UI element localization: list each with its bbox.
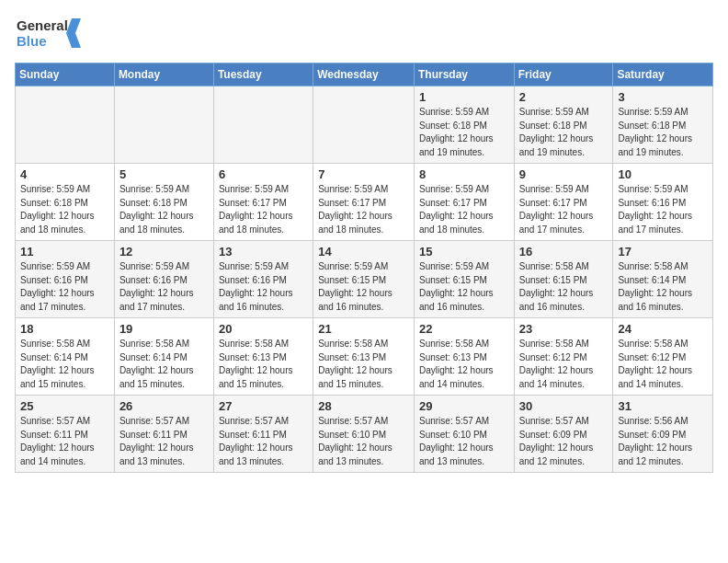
day-number: 16 (519, 245, 609, 259)
day-info: Sunrise: 5:59 AM Sunset: 6:16 PM Dayligh… (20, 260, 109, 314)
day-info: Sunrise: 5:58 AM Sunset: 6:15 PM Dayligh… (519, 260, 609, 314)
day-number: 26 (119, 399, 209, 413)
day-number: 25 (20, 399, 109, 413)
page-header: GeneralBlue (15, 15, 713, 52)
day-info: Sunrise: 5:59 AM Sunset: 6:17 PM Dayligh… (519, 183, 609, 236)
logo: GeneralBlue (15, 15, 88, 52)
day-info: Sunrise: 5:57 AM Sunset: 6:11 PM Dayligh… (20, 415, 109, 468)
day-info: Sunrise: 5:59 AM Sunset: 6:17 PM Dayligh… (219, 183, 308, 236)
day-number: 22 (419, 322, 509, 336)
day-number: 19 (119, 322, 209, 336)
calendar-week-row: 4Sunrise: 5:59 AM Sunset: 6:18 PM Daylig… (16, 164, 713, 241)
day-header-saturday: Saturday (613, 63, 713, 86)
day-info: Sunrise: 5:59 AM Sunset: 6:16 PM Dayligh… (219, 260, 308, 314)
calendar-cell (313, 86, 415, 164)
calendar-cell: 1Sunrise: 5:59 AM Sunset: 6:18 PM Daylig… (414, 86, 514, 164)
day-number: 27 (219, 399, 308, 413)
calendar-cell: 14Sunrise: 5:59 AM Sunset: 6:15 PM Dayli… (313, 241, 415, 318)
day-info: Sunrise: 5:58 AM Sunset: 6:12 PM Dayligh… (618, 338, 708, 391)
day-number: 20 (219, 322, 308, 336)
day-info: Sunrise: 5:57 AM Sunset: 6:10 PM Dayligh… (318, 415, 409, 468)
day-number: 5 (119, 167, 209, 181)
day-info: Sunrise: 5:59 AM Sunset: 6:18 PM Dayligh… (519, 106, 609, 159)
day-header-friday: Friday (514, 63, 613, 86)
calendar-cell: 8Sunrise: 5:59 AM Sunset: 6:17 PM Daylig… (414, 164, 514, 241)
day-header-thursday: Thursday (414, 63, 514, 86)
day-info: Sunrise: 5:58 AM Sunset: 6:14 PM Dayligh… (618, 260, 708, 314)
day-info: Sunrise: 5:58 AM Sunset: 6:13 PM Dayligh… (318, 338, 409, 391)
day-header-wednesday: Wednesday (313, 63, 415, 86)
day-info: Sunrise: 5:59 AM Sunset: 6:15 PM Dayligh… (419, 260, 509, 314)
day-info: Sunrise: 5:59 AM Sunset: 6:18 PM Dayligh… (119, 183, 209, 236)
day-number: 7 (318, 167, 409, 181)
day-number: 12 (119, 245, 209, 259)
calendar-cell: 29Sunrise: 5:57 AM Sunset: 6:10 PM Dayli… (414, 396, 514, 473)
day-header-monday: Monday (114, 63, 213, 86)
day-info: Sunrise: 5:57 AM Sunset: 6:11 PM Dayligh… (219, 415, 308, 468)
calendar-cell (16, 86, 115, 164)
day-number: 28 (318, 399, 409, 413)
calendar-cell: 5Sunrise: 5:59 AM Sunset: 6:18 PM Daylig… (114, 164, 213, 241)
day-info: Sunrise: 5:59 AM Sunset: 6:18 PM Dayligh… (20, 183, 109, 236)
day-number: 11 (20, 245, 109, 259)
day-info: Sunrise: 5:56 AM Sunset: 6:09 PM Dayligh… (618, 415, 708, 468)
calendar-table: SundayMondayTuesdayWednesdayThursdayFrid… (15, 63, 713, 473)
calendar-cell: 18Sunrise: 5:58 AM Sunset: 6:14 PM Dayli… (16, 318, 115, 396)
calendar-cell: 9Sunrise: 5:59 AM Sunset: 6:17 PM Daylig… (514, 164, 613, 241)
calendar-cell: 27Sunrise: 5:57 AM Sunset: 6:11 PM Dayli… (213, 396, 313, 473)
day-number: 2 (519, 90, 609, 104)
calendar-cell: 10Sunrise: 5:59 AM Sunset: 6:16 PM Dayli… (613, 164, 713, 241)
day-number: 29 (419, 399, 509, 413)
day-info: Sunrise: 5:59 AM Sunset: 6:17 PM Dayligh… (318, 183, 409, 236)
calendar-cell (213, 86, 313, 164)
day-info: Sunrise: 5:57 AM Sunset: 6:10 PM Dayligh… (419, 415, 509, 468)
calendar-cell (114, 86, 213, 164)
calendar-week-row: 18Sunrise: 5:58 AM Sunset: 6:14 PM Dayli… (16, 318, 713, 396)
calendar-week-row: 11Sunrise: 5:59 AM Sunset: 6:16 PM Dayli… (16, 241, 713, 318)
day-number: 3 (618, 90, 708, 104)
day-number: 4 (20, 167, 109, 181)
day-info: Sunrise: 5:57 AM Sunset: 6:11 PM Dayligh… (119, 415, 209, 468)
day-number: 30 (519, 399, 609, 413)
calendar-cell: 30Sunrise: 5:57 AM Sunset: 6:09 PM Dayli… (514, 396, 613, 473)
day-number: 13 (219, 245, 308, 259)
calendar-cell: 7Sunrise: 5:59 AM Sunset: 6:17 PM Daylig… (313, 164, 415, 241)
day-info: Sunrise: 5:59 AM Sunset: 6:18 PM Dayligh… (618, 106, 708, 159)
calendar-cell: 17Sunrise: 5:58 AM Sunset: 6:14 PM Dayli… (613, 241, 713, 318)
day-number: 1 (419, 90, 509, 104)
day-number: 17 (618, 245, 708, 259)
day-number: 10 (618, 167, 708, 181)
calendar-cell: 4Sunrise: 5:59 AM Sunset: 6:18 PM Daylig… (16, 164, 115, 241)
calendar-cell: 13Sunrise: 5:59 AM Sunset: 6:16 PM Dayli… (213, 241, 313, 318)
day-number: 23 (519, 322, 609, 336)
day-info: Sunrise: 5:58 AM Sunset: 6:13 PM Dayligh… (219, 338, 308, 391)
day-info: Sunrise: 5:59 AM Sunset: 6:15 PM Dayligh… (318, 260, 409, 314)
day-number: 24 (618, 322, 708, 336)
day-info: Sunrise: 5:58 AM Sunset: 6:13 PM Dayligh… (419, 338, 509, 391)
calendar-cell: 28Sunrise: 5:57 AM Sunset: 6:10 PM Dayli… (313, 396, 415, 473)
calendar-cell: 21Sunrise: 5:58 AM Sunset: 6:13 PM Dayli… (313, 318, 415, 396)
calendar-cell: 19Sunrise: 5:58 AM Sunset: 6:14 PM Dayli… (114, 318, 213, 396)
day-info: Sunrise: 5:59 AM Sunset: 6:18 PM Dayligh… (419, 106, 509, 159)
day-number: 18 (20, 322, 109, 336)
calendar-cell: 12Sunrise: 5:59 AM Sunset: 6:16 PM Dayli… (114, 241, 213, 318)
day-info: Sunrise: 5:59 AM Sunset: 6:16 PM Dayligh… (119, 260, 209, 314)
calendar-cell: 6Sunrise: 5:59 AM Sunset: 6:17 PM Daylig… (213, 164, 313, 241)
calendar-cell: 23Sunrise: 5:58 AM Sunset: 6:12 PM Dayli… (514, 318, 613, 396)
day-header-tuesday: Tuesday (213, 63, 313, 86)
svg-text:General: General (17, 17, 68, 33)
day-info: Sunrise: 5:58 AM Sunset: 6:14 PM Dayligh… (119, 338, 209, 391)
calendar-cell: 22Sunrise: 5:58 AM Sunset: 6:13 PM Dayli… (414, 318, 514, 396)
calendar-cell: 26Sunrise: 5:57 AM Sunset: 6:11 PM Dayli… (114, 396, 213, 473)
day-number: 6 (219, 167, 308, 181)
svg-marker-2 (66, 18, 81, 48)
day-number: 31 (618, 399, 708, 413)
calendar-week-row: 1Sunrise: 5:59 AM Sunset: 6:18 PM Daylig… (16, 86, 713, 164)
calendar-body: 1Sunrise: 5:59 AM Sunset: 6:18 PM Daylig… (16, 86, 713, 473)
day-number: 21 (318, 322, 409, 336)
day-number: 9 (519, 167, 609, 181)
logo-svg: GeneralBlue (15, 15, 88, 52)
calendar-cell: 11Sunrise: 5:59 AM Sunset: 6:16 PM Dayli… (16, 241, 115, 318)
calendar-header-row: SundayMondayTuesdayWednesdayThursdayFrid… (16, 63, 713, 86)
day-info: Sunrise: 5:57 AM Sunset: 6:09 PM Dayligh… (519, 415, 609, 468)
